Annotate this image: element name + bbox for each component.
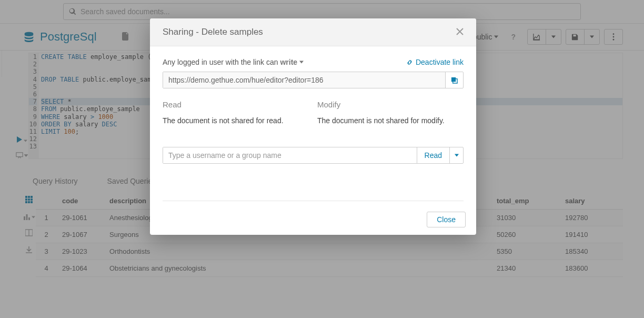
sharing-modal: Sharing - Delete samples Any logged in u… (150, 18, 476, 235)
deactivate-link-button[interactable]: Deactivate link (406, 58, 464, 66)
read-status-text: The document is not shared for read. (163, 116, 309, 125)
close-icon (456, 28, 464, 35)
link-permission-selector[interactable]: write (280, 58, 304, 66)
modify-heading: Modify (317, 100, 464, 109)
add-user-input[interactable] (163, 147, 417, 163)
read-heading: Read (163, 100, 309, 109)
close-button[interactable]: Close (427, 212, 466, 227)
caret-down-icon (299, 60, 304, 64)
link-permission-text: Any logged in user with the link can (163, 58, 278, 66)
svg-rect-19 (451, 77, 456, 81)
modal-close-button[interactable] (456, 28, 464, 37)
caret-down-icon (455, 153, 459, 157)
copy-icon (451, 77, 458, 84)
add-permission-button[interactable]: Read (417, 147, 449, 163)
share-url-input[interactable] (163, 72, 445, 88)
modify-status-text: The document is not shared for modify. (317, 116, 464, 125)
copy-url-button[interactable] (445, 72, 463, 88)
link-icon (406, 59, 413, 66)
add-permission-caret[interactable] (449, 147, 463, 163)
modal-title: Sharing - Delete samples (163, 27, 263, 37)
